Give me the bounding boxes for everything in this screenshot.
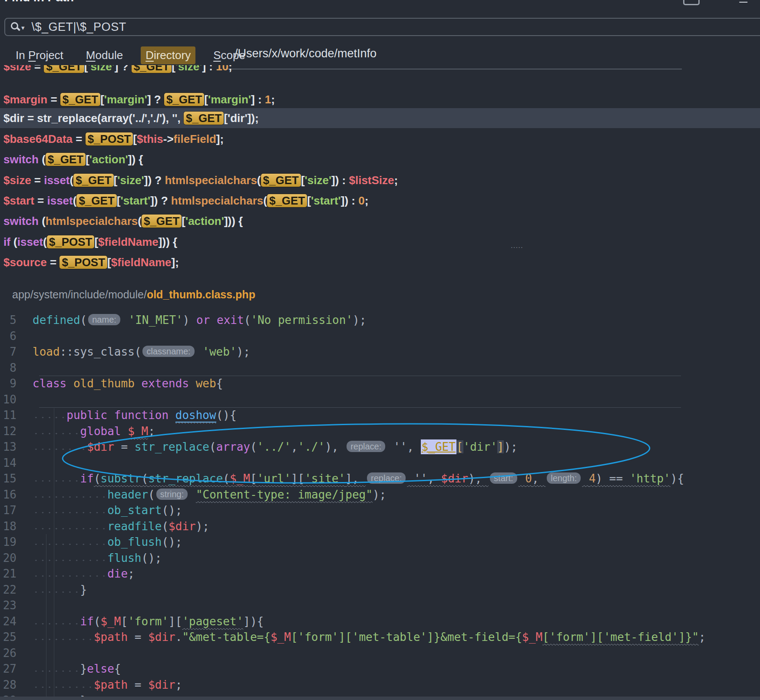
code-line[interactable]: 20 flush(); xyxy=(0,551,760,568)
code-line[interactable]: 18 readfile($dir); xyxy=(0,520,760,536)
code-line[interactable]: 11 public function doshow(){ xyxy=(0,409,760,425)
scope-tab-module[interactable]: Module xyxy=(81,46,128,64)
code-line[interactable]: 9class old_thumb extends web{ xyxy=(0,377,760,393)
code-line[interactable]: 23 xyxy=(0,599,760,615)
method-separator xyxy=(39,407,681,408)
find-in-path-dialog: Find in Path Match Case ▾ \$_GET|\$_POST… xyxy=(0,0,760,700)
line-number: 27 xyxy=(0,662,17,675)
results-list: $size = $_GET['size'] ? $_GET['size'] : … xyxy=(0,65,760,274)
line-number: 6 xyxy=(0,330,17,343)
code-line[interactable]: 25 $path = $dir."&met-table={$_M['form']… xyxy=(0,631,760,647)
breadcrumb-filename: old_thumb.class.php xyxy=(147,288,255,300)
result-row[interactable]: switch (htmlspecialchars($_GET['action']… xyxy=(3,215,243,228)
search-query[interactable]: \$_GET|\$_POST xyxy=(32,20,126,34)
line-number: 18 xyxy=(0,520,17,533)
code-line[interactable]: 12 global $_M; xyxy=(0,425,760,441)
indent-guide xyxy=(46,534,46,697)
line-number: 11 xyxy=(0,409,17,422)
search-field[interactable]: ▾ \$_GET|\$_POST xyxy=(4,18,760,36)
code-line[interactable]: 21 die; xyxy=(0,567,760,583)
result-row[interactable]: $size = isset($_GET['size']) ? htmlspeci… xyxy=(3,174,398,187)
code-line[interactable]: 6 xyxy=(0,330,760,346)
code-line[interactable]: 15 if(substr(str_replace($_M['url']['sit… xyxy=(0,472,760,488)
indent-guide xyxy=(54,408,54,697)
scope-tab-directory[interactable]: Directory xyxy=(141,46,195,64)
results-overflow-dots: ..... xyxy=(511,241,523,250)
line-number: 12 xyxy=(0,425,17,438)
code-line[interactable]: 28 $path = $dir; xyxy=(0,678,760,694)
directory-path[interactable]: /Users/x/work/code/metInfo xyxy=(235,47,377,60)
scope-tab-project[interactable]: In Project xyxy=(11,46,68,64)
line-number: 24 xyxy=(0,615,17,628)
line-number: 23 xyxy=(0,599,17,612)
annotation-ellipse xyxy=(56,420,664,489)
bottom-edge-strip xyxy=(0,697,760,700)
result-row[interactable]: $dir = str_replace(array('../','./'), ''… xyxy=(3,112,259,125)
breadcrumb-path: app/system/include/module/ xyxy=(12,288,147,300)
code-line[interactable]: 8 xyxy=(0,361,760,377)
chevron-down-icon[interactable]: ▾ xyxy=(21,24,25,32)
result-row[interactable]: $source = $_POST[$fieldName]; xyxy=(3,256,179,269)
line-number: 14 xyxy=(0,456,17,469)
code-line[interactable]: 22 } xyxy=(0,583,760,599)
result-row[interactable]: switch ($_GET['action']) { xyxy=(3,153,143,166)
line-number: 9 xyxy=(0,377,17,390)
line-number: 20 xyxy=(0,551,17,565)
code-line[interactable]: 17 ob_start(); xyxy=(0,504,760,520)
code-line[interactable]: 10 xyxy=(0,393,760,409)
result-row[interactable]: $start = isset($_GET['start']) ? htmlspe… xyxy=(3,194,368,208)
line-number: 8 xyxy=(0,361,17,374)
code-line[interactable]: 7load::sys_class(classname: 'web'); xyxy=(0,345,760,361)
line-number: 25 xyxy=(0,631,17,644)
match-case-checkbox[interactable] xyxy=(683,0,700,5)
line-number: 21 xyxy=(0,567,17,580)
code-line[interactable]: 27 }else{ xyxy=(0,662,760,678)
line-number: 13 xyxy=(0,440,17,453)
dialog-title: Find in Path xyxy=(4,0,74,4)
line-number: 28 xyxy=(0,678,17,691)
line-number: 10 xyxy=(0,393,17,406)
result-row[interactable]: $base64Data = $_POST[$this->fileField]; xyxy=(3,132,224,146)
line-number: 15 xyxy=(0,472,17,485)
scope-bar: In ProjectModuleDirectoryScope xyxy=(11,45,250,65)
result-row[interactable]: $size = $_GET['size'] ? $_GET['size'] : … xyxy=(3,65,232,73)
search-icon[interactable] xyxy=(11,22,20,32)
result-row[interactable]: if (isset($_POST[$fieldName])) { xyxy=(3,235,177,249)
breadcrumb: app/system/include/module/old_thumb.clas… xyxy=(12,288,255,301)
code-line[interactable]: 16 header(string: "Content-type: image/j… xyxy=(0,488,760,504)
code-line[interactable]: 26 xyxy=(0,647,760,663)
match-case-label[interactable]: Match Case xyxy=(704,0,760,3)
code-line[interactable]: 14 xyxy=(0,456,760,472)
line-number: 26 xyxy=(0,647,17,660)
result-row[interactable]: $margin = $_GET['margin'] ? $_GET['margi… xyxy=(3,93,275,106)
line-number: 7 xyxy=(0,345,17,358)
line-number: 19 xyxy=(0,535,17,548)
line-number: 5 xyxy=(0,314,17,327)
method-separator xyxy=(39,376,681,376)
line-number: 22 xyxy=(0,583,17,596)
line-number: 16 xyxy=(0,488,17,501)
line-number: 17 xyxy=(0,504,17,517)
code-line[interactable]: 24 if($_M['form']['pageset']){ xyxy=(0,615,760,631)
code-line[interactable]: 13 $dir = str_replace(array('../','./'),… xyxy=(0,440,760,456)
code-line[interactable]: 5defined(name: 'IN_MET') or exit('No per… xyxy=(0,314,760,330)
code-line[interactable]: 19 ob_flush(); xyxy=(0,535,760,551)
